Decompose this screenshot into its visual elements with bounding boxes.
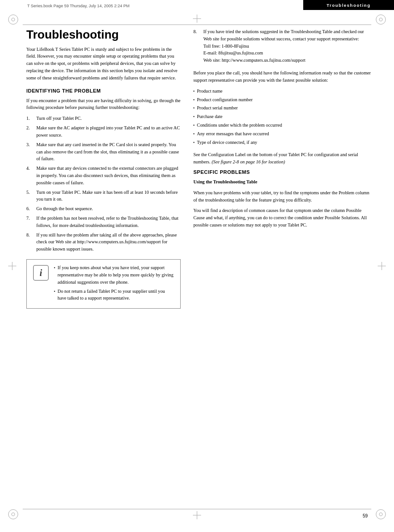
page: Troubleshooting T Series.book Page 59 Th… <box>0 0 394 532</box>
info-item-5: Conditions under which the problem occur… <box>193 122 371 129</box>
hr-top <box>23 25 371 25</box>
page-title: Troubleshooting <box>26 28 181 41</box>
corner-bl <box>8 509 18 519</box>
identifying-intro: If you encounter a problem that you are … <box>26 97 181 112</box>
info-item-2: Product configuration number <box>193 96 371 103</box>
config-label-text: See the Configuration Label on the botto… <box>193 151 371 166</box>
config-see: (See figure 2-8 on page 16 for location) <box>212 159 285 164</box>
info-item-3: Product serial number <box>193 104 371 112</box>
info-item-1: Product name <box>193 88 371 95</box>
step-6-text: Go through the boot sequence. <box>36 205 181 212</box>
hr-bottom <box>23 509 371 509</box>
step-8-num: 8. <box>26 232 34 253</box>
step-5-num: 5. <box>26 189 34 203</box>
crosshair-middle-left <box>8 262 16 270</box>
step-list: 1. Turn off your Tablet PC. 2. Make sure… <box>26 115 181 253</box>
right-column: 8. If you have tried the solutions sugge… <box>193 28 371 309</box>
left-column: Troubleshooting Your LifeBook T Series T… <box>26 28 181 309</box>
troubleshooting-text-2: You will find a description of common ca… <box>193 207 371 228</box>
troubleshooting-table-heading: Using the Troubleshooting Table <box>193 178 371 186</box>
right-step-list: 8. If you have tried the solutions sugge… <box>193 28 371 64</box>
step-3-text: Make sure that any card inserted in the … <box>36 141 181 163</box>
step-6: 6. Go through the boot sequence. <box>26 205 181 212</box>
step-7-num: 7. <box>26 215 34 229</box>
step-7: 7. If the problem has not been resolved,… <box>26 215 181 229</box>
step-3: 3. Make sure that any card inserted in t… <box>26 141 181 163</box>
step-1-text: Turn off your Tablet PC. <box>36 115 181 122</box>
identifying-heading: IDENTIFYING THE PROBLEM <box>26 88 181 94</box>
step-2-text: Make sure the AC adapter is plugged into… <box>36 124 181 139</box>
chapter-tab-label: Troubleshooting <box>327 3 371 8</box>
crosshair-middle-right <box>378 262 386 270</box>
info-bullets: If you keep notes about what you have tr… <box>54 264 174 304</box>
crosshair-top-middle <box>193 15 201 23</box>
step-8-text: If you still have the problem after taki… <box>36 232 181 253</box>
right-step-8: 8. If you have tried the solutions sugge… <box>193 28 371 64</box>
chapter-tab: Troubleshooting <box>303 0 394 10</box>
step-3-num: 3. <box>26 141 34 163</box>
step-2-num: 2. <box>26 124 34 139</box>
step-1-num: 1. <box>26 115 34 122</box>
step-1: 1. Turn off your Tablet PC. <box>26 115 181 122</box>
page-number: 59 <box>363 513 368 518</box>
info-bullet-1: If you keep notes about what you have tr… <box>54 264 174 286</box>
info-needed-list: Product name Product configuration numbe… <box>193 88 371 146</box>
info-bullet-2: Do not return a failed Tablet PC to your… <box>54 288 174 302</box>
book-info: T Series.book Page 59 Thursday, July 14,… <box>27 4 129 8</box>
info-item-4: Purchase date <box>193 113 371 120</box>
step-4-text: Make sure that any devices connected to … <box>36 165 181 186</box>
right-step-8-body: If you have tried the solutions suggeste… <box>203 28 371 64</box>
right-step-8-num: 8. <box>193 28 201 64</box>
step-7-text: If the problem has not been resolved, re… <box>36 215 181 229</box>
info-box: i If you keep notes about what you have … <box>26 259 181 309</box>
info-item-7: Type of device connected, if any <box>193 139 371 146</box>
info-item-6: Any error messages that have occurred <box>193 130 371 138</box>
info-icon: i <box>33 265 49 281</box>
before-call-text: Before you place the call, you should ha… <box>193 69 371 84</box>
step-6-num: 6. <box>26 205 34 212</box>
step-4-num: 4. <box>26 165 34 186</box>
corner-tr <box>376 15 386 25</box>
step-2: 2. Make sure the AC adapter is plugged i… <box>26 124 181 139</box>
content-area: Troubleshooting Your LifeBook T Series T… <box>26 28 371 506</box>
step-5: 5. Turn on your Tablet PC. Make sure it … <box>26 189 181 203</box>
crosshair-bottom-middle <box>193 511 201 519</box>
specific-heading: SPECIFIC PROBLEMS <box>193 169 371 175</box>
corner-tl <box>8 15 18 25</box>
step-8: 8. If you still have the problem after t… <box>26 232 181 253</box>
two-columns: Troubleshooting Your LifeBook T Series T… <box>26 28 371 309</box>
troubleshooting-text-1: When you have problems with your tablet,… <box>193 189 371 204</box>
corner-br <box>376 509 386 519</box>
intro-paragraph: Your LifeBook T Series Tablet PC is stur… <box>26 46 181 82</box>
step-5-text: Turn on your Tablet PC. Make sure it has… <box>36 189 181 203</box>
step-4: 4. Make sure that any devices connected … <box>26 165 181 186</box>
